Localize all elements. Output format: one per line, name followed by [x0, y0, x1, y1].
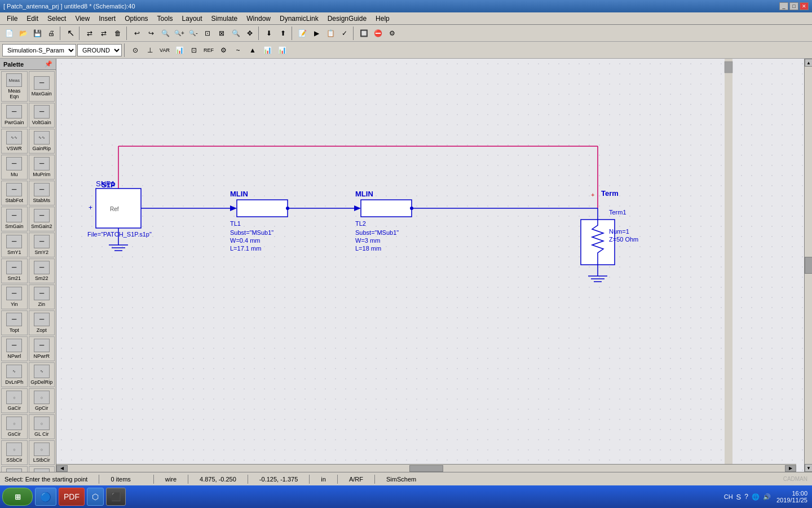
palette-item-topt[interactable]: ━━ Topt	[1, 310, 28, 335]
pop-icon[interactable]: ⬆	[276, 27, 290, 40]
palette-item-smGain[interactable]: ━━ SmGain	[1, 207, 28, 231]
palette-item-gainRip[interactable]: ∿∿ GainRip	[29, 129, 55, 154]
systray-keyboard-icon[interactable]: CH	[724, 493, 733, 500]
scroll-left-btn[interactable]: ◀	[56, 465, 68, 472]
gnd-icon[interactable]: ⊙	[129, 43, 142, 57]
start-button[interactable]: ⊞	[2, 488, 33, 506]
chart3-icon[interactable]: 📊	[275, 43, 289, 57]
palette-item-map1c[interactable]: ⊙ Map1C	[1, 466, 28, 472]
menu-designguide[interactable]: DesignGuide	[323, 14, 371, 24]
palette-item-sm22[interactable]: ━━ Sm22	[29, 259, 55, 283]
menu-layout[interactable]: Layout	[178, 14, 207, 24]
print-icon[interactable]: 🖨	[45, 27, 58, 40]
menu-select[interactable]: Select	[43, 14, 70, 24]
palette-item-yin[interactable]: ━━ Yin	[1, 284, 28, 309]
find-icon[interactable]: 🔍	[158, 27, 172, 40]
taskbar-app-ads1[interactable]: 🔵	[35, 488, 56, 506]
palette-item-gsCir[interactable]: ○ GsCir	[1, 414, 28, 439]
palette-item-muPrim[interactable]: ━━ MuPrim	[29, 155, 55, 179]
zoom-area-icon[interactable]: ⊡	[201, 27, 214, 40]
menu-insert[interactable]: Insert	[94, 14, 120, 24]
menu-view[interactable]: View	[70, 14, 94, 24]
palette-item-dvLnPh[interactable]: ∿ DvLnPh	[1, 362, 28, 387]
palette-item-sm21[interactable]: ━━ Sm21	[1, 259, 28, 283]
menu-file[interactable]: File	[2, 14, 22, 24]
palette-item-gpCir[interactable]: ○ GpCir	[29, 388, 55, 413]
sim2-icon[interactable]: ▲	[246, 43, 259, 57]
palette-item-map2c[interactable]: ⊙ Map2C	[29, 466, 55, 472]
menu-window[interactable]: Window	[242, 14, 275, 24]
annotate-icon[interactable]: 📝	[295, 27, 309, 40]
palette-item-lstbCir[interactable]: ○ LStbCir	[29, 440, 55, 465]
eqn-icon[interactable]: ⊡	[187, 43, 201, 57]
move-icon[interactable]: ⇄	[83, 27, 96, 40]
gear-icon[interactable]: ⚙	[217, 43, 230, 57]
sim-icon[interactable]: ▶	[310, 27, 323, 40]
maximize-button[interactable]: □	[789, 2, 798, 10]
palette-item-maxGain[interactable]: ━━ MaxGain	[29, 71, 55, 102]
taskbar-app-cmd[interactable]: ⬛	[106, 488, 126, 506]
palette-item-vswr[interactable]: ∿∿ VSWR	[1, 129, 28, 154]
palette-item-glCir[interactable]: ○ GL Cir	[29, 414, 55, 439]
copy-icon[interactable]: ⇄	[97, 27, 111, 40]
gnd2-icon[interactable]: ⊥	[143, 43, 157, 57]
taskbar-app-pdf[interactable]: PDF	[59, 488, 85, 506]
right-scrollbar[interactable]: ▲ ▼	[804, 59, 812, 472]
taskbar-app-ads2[interactable]: ⬡	[87, 488, 104, 506]
check-icon[interactable]: ✓	[338, 27, 351, 40]
zoom-fit-icon[interactable]: ⊠	[215, 27, 228, 40]
zoom-in-icon[interactable]: 🔍+	[173, 27, 186, 40]
undo-icon[interactable]: ↩	[130, 27, 144, 40]
menu-dynamiclink[interactable]: DynamicLink	[275, 14, 323, 24]
menu-help[interactable]: Help	[371, 14, 394, 24]
zoom-prev-icon[interactable]: 🔍	[229, 27, 242, 40]
component-dropdown[interactable]: GROUND	[77, 44, 122, 56]
pan-icon[interactable]: ✥	[243, 27, 257, 40]
scroll-right-btn[interactable]: ▶	[785, 465, 796, 472]
palette-item-stabFot[interactable]: ━━ StabFot	[1, 181, 28, 205]
palette-item-sstbCir[interactable]: ○ SSbCir	[1, 440, 28, 465]
redo-icon[interactable]: ↪	[144, 27, 158, 40]
palette-item-smGain2[interactable]: ━━ SmGain2	[29, 207, 55, 231]
menu-tools[interactable]: Tools	[153, 14, 178, 24]
settings-icon[interactable]: ⚙	[385, 27, 399, 40]
scroll-down-btn[interactable]: ▼	[805, 464, 812, 472]
menu-options[interactable]: Options	[120, 14, 152, 24]
select-icon[interactable]: ↖	[64, 27, 77, 40]
save-icon[interactable]: 💾	[30, 27, 44, 40]
comp-icon[interactable]: 🔲	[357, 27, 370, 40]
menu-edit[interactable]: Edit	[22, 14, 43, 24]
palette-item-gaCir[interactable]: ○ GaCir	[1, 388, 28, 413]
scroll-thumb[interactable]	[409, 465, 443, 472]
open-icon[interactable]: 📂	[16, 27, 30, 40]
palette-item-mu[interactable]: ━━ Mu	[1, 155, 28, 179]
palette-item-npwrl[interactable]: ━━ NPwrl	[1, 336, 28, 361]
palette-item-voltGain[interactable]: ━━ VoltGain	[29, 103, 55, 128]
systray-help-icon[interactable]: ?	[744, 493, 748, 501]
palette-item-zopt[interactable]: ━━ Zopt	[29, 310, 55, 335]
systray-ads-icon[interactable]: S	[736, 493, 742, 501]
minimize-button[interactable]: _	[779, 2, 788, 10]
chart-icon[interactable]: 📊	[173, 43, 186, 57]
ref-icon[interactable]: REF	[202, 43, 215, 57]
scroll-up-btn[interactable]: ▲	[805, 59, 812, 67]
systray-network-icon[interactable]: 🌐	[752, 493, 760, 501]
palette-item-zin[interactable]: ━━ Zin	[29, 284, 55, 309]
netlist-icon[interactable]: 📋	[324, 27, 337, 40]
push-icon[interactable]: ⬇	[262, 27, 276, 40]
palette-item-measEqn[interactable]: Meas MeasEqn	[1, 71, 28, 102]
palette-item-stabMs[interactable]: ━━ StabMs	[29, 181, 55, 205]
simulation-dropdown[interactable]: Simulation-S_Param	[2, 44, 76, 56]
palette-item-npwrR[interactable]: ━━ NPwrR	[29, 336, 55, 361]
close-button[interactable]: ✕	[800, 2, 809, 10]
wave-icon[interactable]: ~	[231, 43, 245, 57]
palette-item-smY2[interactable]: ━━ SmY2	[29, 233, 55, 257]
palette-item-pwrGain[interactable]: ━━ PwrGain	[1, 103, 28, 128]
delete-icon[interactable]: 🗑	[111, 27, 125, 40]
systray-sound-icon[interactable]: 🔊	[763, 493, 771, 501]
palette-pin-icon[interactable]: 📌	[45, 60, 52, 68]
h-scrollbar[interactable]: ◀ ▶	[56, 464, 796, 472]
chart2-icon[interactable]: 📊	[261, 43, 274, 57]
palette-item-smY1[interactable]: ━━ SmY1	[1, 233, 28, 257]
wire-icon[interactable]: ⛔	[371, 27, 385, 40]
